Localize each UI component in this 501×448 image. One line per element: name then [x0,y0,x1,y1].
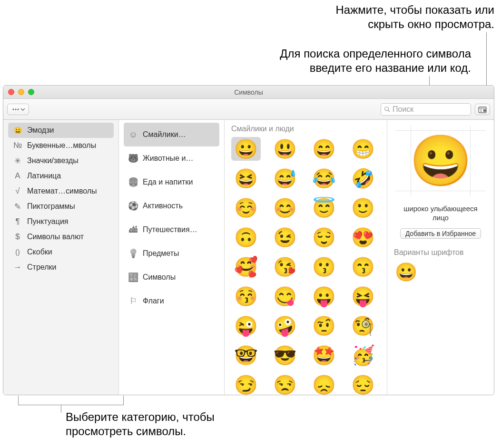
emoji-cell[interactable]: 😎 [270,343,300,367]
emoji-cell[interactable]: 😘 [270,255,300,279]
emoji-cell[interactable]: 😄 [309,137,339,161]
sidebar-item-label: Пиктограммы [27,202,75,211]
arrows-icon: → [13,263,22,272]
pictographs-icon: ✎ [13,202,22,211]
category-sidebar: 😀Эмодзи№Буквенные…мволы✳Значки/звездыAЛа… [3,120,119,395]
emoji-cell[interactable]: 😚 [231,284,261,308]
sidebar-item-latin[interactable]: AЛатиница [8,168,114,184]
sidebar-item-bullets[interactable]: ✳Значки/звезды [8,153,114,168]
subcategory-sidebar: ☺Смайлики…🐻Животные и…🍔Еда и напитки⚽Акт… [119,120,225,395]
subcat-item-label: Путешествия… [143,225,197,234]
content: 😀Эмодзи№Буквенные…мволы✳Значки/звездыAЛа… [3,120,494,395]
toggle-preview-button[interactable] [475,104,490,115]
emoji-cell[interactable]: 🤣 [348,166,378,190]
emoji-cell[interactable]: 😒 [270,373,300,395]
emoji-cell[interactable]: 😆 [231,166,261,190]
emoji-cell[interactable]: 😙 [348,255,378,279]
preview-box: 😀 [395,126,486,196]
search-icon [384,106,391,113]
emoji-cell[interactable]: 😏 [231,373,261,395]
options-button[interactable] [7,104,29,115]
variants-title: Варианты шрифтов [392,248,463,257]
emoji-cell[interactable]: 😌 [309,225,339,249]
toolbar [3,99,494,120]
emoji-cell[interactable]: 😂 [309,166,339,190]
subcat-item-food[interactable]: 🍔Еда и напитки [124,170,219,194]
subcat-item-label: Символы [143,273,176,282]
sidebar-item-label: Значки/звезды [27,156,79,165]
emoji-cell[interactable]: 😔 [348,373,378,395]
emoji-cell[interactable]: 🥰 [231,255,261,279]
search-field[interactable] [381,103,471,116]
sidebar-item-arrows[interactable]: →Стрелки [8,260,114,275]
punctuation-icon: ¶ [13,217,22,226]
sidebar-item-punctuation[interactable]: ¶Пунктуация [8,214,114,229]
sidebar-item-math[interactable]: √Математ…символы [8,184,114,199]
svg-point-2 [17,108,19,110]
emoji-cell[interactable]: 😝 [348,284,378,308]
subcat-item-symbols[interactable]: 🔣Символы [124,265,219,289]
emoji-cell[interactable]: 🧐 [348,314,378,338]
callout-line [61,405,61,413]
svg-rect-9 [483,109,486,112]
subcat-item-label: Активность [143,202,183,210]
smileys-icon: ☺ [128,130,138,139]
emoji-cell[interactable]: 😅 [270,166,300,190]
subcat-item-travel[interactable]: 🏙Путешествия… [124,218,219,242]
emoji-cell[interactable]: ☺️ [231,196,261,220]
emoji-cell[interactable]: 🙃 [231,225,261,249]
emoji-cell[interactable]: 😋 [270,284,300,308]
emoji-cell[interactable]: 🤩 [309,343,339,367]
callout-category: Выберите категорию, чтобыпросмотреть сим… [66,410,256,438]
sidebar-item-emoji[interactable]: 😀Эмодзи [8,123,114,138]
emoji-icon: 😀 [13,126,22,135]
food-icon: 🍔 [128,177,138,187]
emoji-cell[interactable]: 😇 [309,196,339,220]
sidebar-item-label: Буквенные…мволы [27,141,96,150]
svg-point-1 [15,108,16,110]
emoji-cell[interactable]: 😛 [309,284,339,308]
subcat-item-label: Флаги [143,297,164,305]
subcat-item-label: Еда и напитки [143,178,193,186]
emoji-cell[interactable]: 😃 [270,137,300,161]
emoji-cell[interactable]: 🤪 [270,314,300,338]
letterlike-icon: № [13,141,22,150]
emoji-cell[interactable]: 😜 [231,314,261,338]
emoji-cell[interactable]: 😀 [231,137,261,161]
emoji-cell[interactable]: 😉 [270,225,300,249]
sidebar-item-currency[interactable]: $Символы валют [8,229,114,244]
sidebar-item-label: Символы валют [27,233,84,241]
preview-panel-icon [478,106,487,113]
sidebar-item-label: Скобки [27,248,52,256]
activity-icon: ⚽ [128,201,138,211]
titlebar: Символы [3,86,494,99]
subcat-item-objects[interactable]: 💡Предметы [124,242,219,265]
sidebar-item-letterlike[interactable]: №Буквенные…мволы [8,138,114,153]
emoji-cell[interactable]: 🤓 [231,343,261,367]
svg-line-4 [388,110,390,112]
subcat-item-label: Предметы [143,249,179,258]
emoji-cell[interactable]: 😁 [348,137,378,161]
objects-icon: 💡 [128,249,138,258]
callout-preview-toggle: Нажмите, чтобы показать илискрыть окно п… [228,3,494,31]
emoji-cell[interactable]: 😗 [309,255,339,279]
emoji-cell[interactable]: 😞 [309,373,339,395]
callout-search: Для поиска определенного символавведите … [176,47,471,75]
flags-icon: ⚐ [128,296,138,306]
emoji-cell[interactable]: 😊 [270,196,300,220]
preview-emoji: 😀 [410,132,472,190]
subcat-item-animals[interactable]: 🐻Животные и… [124,146,219,170]
subcat-item-activity[interactable]: ⚽Активность [124,194,219,218]
variant-emoji[interactable]: 😀 [392,262,417,282]
emoji-cell[interactable]: 🤨 [309,314,339,338]
emoji-cell[interactable]: 🙂 [348,196,378,220]
brackets-icon: () [13,247,22,257]
subcat-item-flags[interactable]: ⚐Флаги [124,289,219,313]
emoji-cell[interactable]: 😍 [348,225,378,249]
search-input[interactable] [393,105,468,114]
sidebar-item-pictographs[interactable]: ✎Пиктограммы [8,199,114,214]
sidebar-item-brackets[interactable]: ()Скобки [8,244,114,260]
subcat-item-smileys[interactable]: ☺Смайлики… [124,123,219,146]
emoji-cell[interactable]: 🥳 [348,343,378,367]
add-favorite-button[interactable]: Добавить в Избранное [400,228,481,239]
